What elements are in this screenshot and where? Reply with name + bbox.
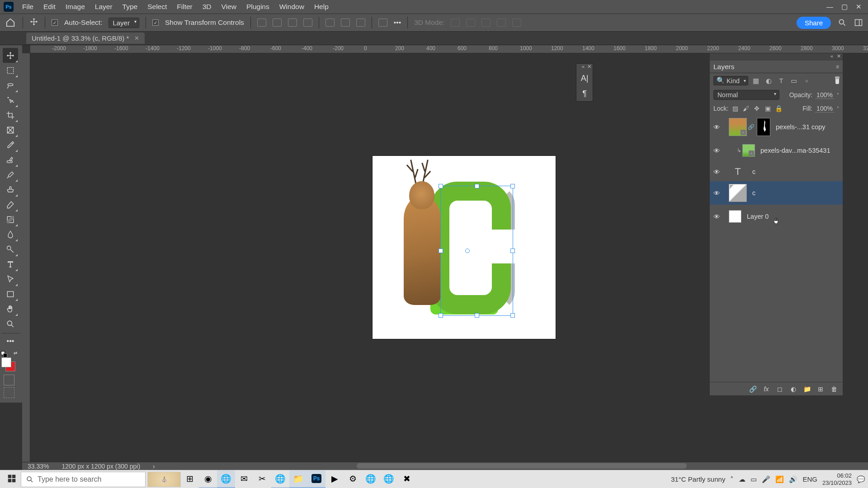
handle-ne[interactable]: [510, 184, 515, 188]
panel-collapse-icon[interactable]: «: [830, 53, 833, 61]
zoom-level[interactable]: 33.33%: [28, 463, 49, 470]
adjustment-layer-icon[interactable]: ◐: [789, 385, 797, 393]
tray-clock[interactable]: 06:0223/10/2023: [822, 472, 852, 486]
lock-position-icon[interactable]: ✥: [753, 104, 761, 113]
snip-icon[interactable]: ✂: [253, 470, 271, 488]
blur-tool[interactable]: [3, 227, 18, 242]
ruler-horizontal[interactable]: -2000 -1800 -1600 -1400 -1200 -1000 -800…: [30, 45, 868, 53]
hand-tool[interactable]: [3, 301, 18, 316]
menu-image[interactable]: Image: [61, 3, 90, 11]
layer-name[interactable]: pexels-...31 copy: [770, 123, 843, 131]
layer-name[interactable]: pexels-dav...ma-535431: [755, 147, 843, 154]
filter-type-icon[interactable]: T: [776, 76, 786, 85]
taskbar-search-highlight[interactable]: ⛪: [147, 472, 181, 487]
layer-effects-icon[interactable]: fx: [762, 385, 770, 393]
menu-type[interactable]: Type: [118, 3, 143, 11]
mail-icon[interactable]: ✉: [235, 470, 253, 488]
layer-row[interactable]: 👁 ↳ ▫ pexels-dav...ma-535431: [710, 139, 843, 162]
gradient-tool[interactable]: [3, 212, 18, 227]
more-options-icon[interactable]: •••: [394, 19, 401, 27]
panel-collapse-icon[interactable]: «: [582, 64, 585, 70]
dodge-tool[interactable]: [3, 242, 18, 257]
clone-stamp-tool[interactable]: [3, 182, 18, 197]
layer-thumbnail[interactable]: ▫: [729, 118, 747, 136]
menu-file[interactable]: File: [17, 3, 38, 11]
volume-icon[interactable]: 🔊: [789, 475, 797, 483]
layer-row-selected[interactable]: 👁 c: [710, 181, 843, 205]
obs-icon[interactable]: ◉: [199, 470, 217, 488]
menu-view[interactable]: View: [217, 3, 241, 11]
maximize-icon[interactable]: ▢: [841, 3, 848, 11]
rectangle-tool[interactable]: [3, 286, 18, 301]
filter-smartobj-icon[interactable]: ▫: [802, 76, 811, 85]
document-dimensions[interactable]: 1200 px x 1200 px (300 ppi): [61, 463, 140, 470]
new-layer-icon[interactable]: ⊞: [816, 385, 825, 393]
panel-close-icon[interactable]: ✕: [837, 53, 841, 61]
delete-layer-icon[interactable]: 🗑: [830, 385, 838, 393]
handle-se[interactable]: [510, 313, 515, 318]
layer-thumbnail[interactable]: [729, 184, 747, 202]
search-icon[interactable]: [837, 18, 847, 28]
align-center-v-icon[interactable]: [341, 19, 350, 27]
visibility-toggle-icon[interactable]: 👁: [710, 168, 723, 176]
app-icon[interactable]: ▶: [326, 470, 344, 488]
menu-edit[interactable]: Edit: [38, 3, 61, 11]
menu-layer[interactable]: Layer: [90, 3, 118, 11]
explorer-icon[interactable]: 📁: [289, 470, 307, 488]
layer-row[interactable]: 👁 T c: [710, 162, 843, 181]
settings-icon[interactable]: ⚙: [344, 470, 362, 488]
close-icon[interactable]: ✕: [856, 3, 862, 11]
type-tool[interactable]: [3, 257, 18, 272]
task-view-icon[interactable]: ⊞: [181, 470, 199, 488]
layer-name[interactable]: c: [747, 189, 843, 197]
foreground-color[interactable]: [1, 357, 11, 367]
move-tool[interactable]: [3, 48, 18, 63]
align-top-icon[interactable]: [326, 19, 335, 27]
menu-3d[interactable]: 3D: [198, 3, 217, 11]
minimize-icon[interactable]: —: [826, 3, 833, 11]
quick-mask-icon[interactable]: [4, 375, 14, 385]
layer-filter-type-dropdown[interactable]: 🔍Kind: [713, 76, 748, 85]
type-layer-icon[interactable]: T: [729, 166, 747, 178]
status-expand-icon[interactable]: ›: [153, 463, 155, 470]
document-tab[interactable]: Untitled-1 @ 33.3% (c, RGB/8) * ✕: [26, 33, 145, 44]
layer-name[interactable]: c: [747, 168, 843, 175]
onedrive-icon[interactable]: ☁: [739, 475, 745, 483]
edit-toolbar-icon[interactable]: •••: [3, 333, 18, 348]
group-layers-icon[interactable]: 📁: [803, 385, 811, 393]
menu-window[interactable]: Window: [274, 3, 309, 11]
layer-mask-thumbnail[interactable]: [757, 118, 770, 136]
capcut-icon[interactable]: ✖: [398, 470, 416, 488]
lock-artboard-icon[interactable]: ▣: [764, 104, 772, 113]
brush-tool[interactable]: [3, 167, 18, 182]
layers-panel-title[interactable]: Layers: [713, 63, 735, 71]
meet-icon[interactable]: ▭: [750, 475, 757, 483]
align-right-icon[interactable]: [288, 19, 297, 27]
quick-select-tool[interactable]: [3, 93, 18, 108]
panel-menu-icon[interactable]: ≡: [836, 64, 839, 70]
auto-select-mode-dropdown[interactable]: Layer: [108, 18, 139, 28]
home-button[interactable]: [5, 17, 16, 28]
character-paragraph-collapsed-panel[interactable]: «✕ A| ¶: [576, 63, 593, 102]
healing-brush-tool[interactable]: [3, 152, 18, 167]
lock-pixels-icon[interactable]: 🖌: [742, 104, 750, 113]
crop-tool[interactable]: [3, 108, 18, 122]
eyedropper-tool[interactable]: [3, 137, 18, 152]
color-swatches[interactable]: ⇄: [1, 351, 18, 370]
lock-transparency-icon[interactable]: ▨: [731, 104, 739, 113]
align-bottom-icon[interactable]: [356, 19, 365, 27]
fill-chevron-icon[interactable]: ˅: [837, 106, 839, 111]
filter-shape-icon[interactable]: ▭: [789, 76, 799, 85]
chrome2-icon[interactable]: 🌐: [271, 470, 289, 488]
chrome-icon[interactable]: 🌐: [217, 470, 235, 488]
visibility-toggle-icon[interactable]: 👁: [710, 213, 723, 221]
opacity-input[interactable]: 100%: [815, 91, 834, 99]
paragraph-panel-icon[interactable]: ¶: [576, 86, 593, 101]
menu-select[interactable]: Select: [142, 3, 172, 11]
tab-close-icon[interactable]: ✕: [134, 35, 139, 42]
link-icon[interactable]: 🔗: [747, 124, 755, 130]
menu-filter[interactable]: Filter: [172, 3, 197, 11]
start-button[interactable]: [3, 474, 21, 485]
show-transform-checkbox[interactable]: [152, 19, 159, 26]
blend-mode-dropdown[interactable]: Normal: [713, 90, 779, 100]
